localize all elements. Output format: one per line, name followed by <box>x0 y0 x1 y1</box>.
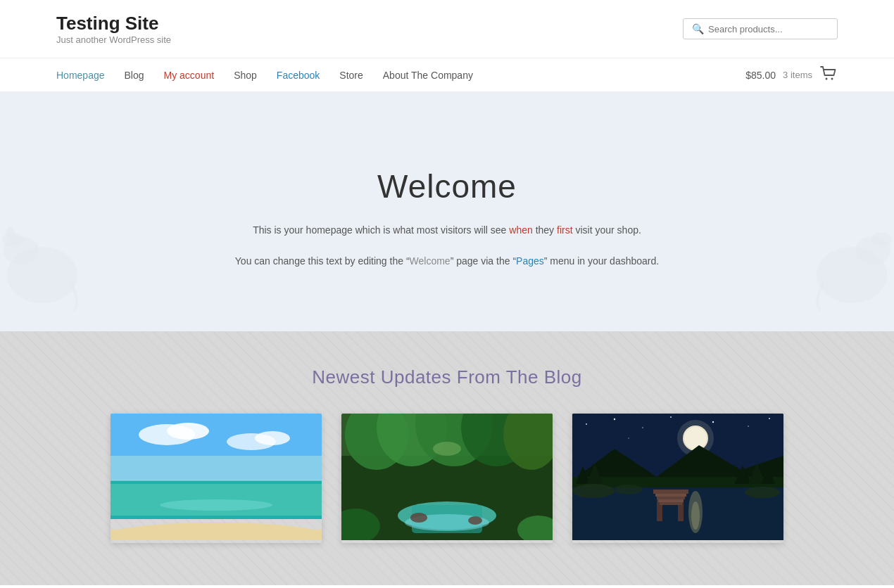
blog-card-3-image <box>572 414 783 540</box>
cart-area: $85.00 3 items <box>745 64 838 87</box>
svg-point-41 <box>712 421 714 423</box>
svg-point-27 <box>433 442 461 456</box>
svg-rect-64 <box>657 497 685 499</box>
blog-card-2-image <box>341 414 553 540</box>
blog-card-1[interactable] <box>111 414 322 543</box>
nav-links: Homepage Blog My account Shop Facebook S… <box>56 69 745 82</box>
nav-link-homepage[interactable]: Homepage <box>56 70 105 81</box>
svg-point-7 <box>871 233 892 247</box>
site-title: Testing Site <box>56 13 171 34</box>
search-bar[interactable]: 🔍 <box>683 18 838 39</box>
highlight-first: first <box>557 224 573 236</box>
svg-point-68 <box>745 487 780 498</box>
svg-point-16 <box>160 499 272 511</box>
svg-point-31 <box>410 513 427 523</box>
nav-link-store[interactable]: Store <box>339 70 363 81</box>
hero-paragraph-1: This is your homepage which is what most… <box>253 222 641 239</box>
svg-rect-66 <box>660 502 682 505</box>
nav-link-shop[interactable]: Shop <box>234 70 257 81</box>
nav-item-myaccount[interactable]: My account <box>164 69 215 82</box>
svg-point-11 <box>167 423 209 440</box>
nav-link-myaccount[interactable]: My account <box>164 70 215 81</box>
site-tagline: Just another WordPress site <box>56 34 171 45</box>
svg-rect-18 <box>111 530 322 540</box>
nav-item-blog[interactable]: Blog <box>125 69 144 82</box>
blog-section-title: Newest Updates From The Blog <box>56 366 838 388</box>
svg-point-32 <box>468 516 482 525</box>
svg-point-42 <box>748 426 749 427</box>
nav-item-homepage[interactable]: Homepage <box>56 69 105 82</box>
hero-bg-right-animal <box>802 191 894 331</box>
svg-point-43 <box>769 418 770 419</box>
site-header: Testing Site Just another WordPress site… <box>0 0 894 58</box>
nav-link-blog[interactable]: Blog <box>125 70 144 81</box>
svg-point-59 <box>691 501 700 530</box>
svg-point-0 <box>826 77 828 79</box>
search-input[interactable] <box>708 24 829 34</box>
svg-point-69 <box>615 485 643 494</box>
nav-link-about[interactable]: About The Company <box>383 70 473 81</box>
cart-items-count: 3 items <box>783 70 812 80</box>
cart-price: $85.00 <box>745 70 776 81</box>
nav-item-store[interactable]: Store <box>339 69 363 82</box>
hero-section: Welcome This is your homepage which is w… <box>0 92 894 331</box>
nav-item-facebook[interactable]: Facebook <box>277 69 320 82</box>
hero-bg-left-animal <box>0 191 92 331</box>
nav-item-shop[interactable]: Shop <box>234 69 257 82</box>
svg-point-67 <box>572 484 615 498</box>
site-branding: Testing Site Just another WordPress site <box>56 13 171 45</box>
svg-point-38 <box>614 418 615 420</box>
hero-paragraph-2: You can change this text by editing the … <box>235 253 659 270</box>
blog-card-2[interactable] <box>341 414 553 543</box>
svg-point-37 <box>586 423 587 425</box>
blog-cards <box>56 414 838 543</box>
nav-link-facebook[interactable]: Facebook <box>277 70 320 81</box>
svg-point-45 <box>628 437 629 438</box>
blog-card-1-image <box>111 414 322 540</box>
svg-point-13 <box>255 431 290 445</box>
svg-rect-65 <box>658 499 684 502</box>
blog-section: Newest Updates From The Blog <box>0 331 894 585</box>
cart-icon[interactable] <box>819 64 838 87</box>
hero-heading: Welcome <box>377 167 517 205</box>
blog-card-3[interactable] <box>572 414 783 543</box>
nav-item-about[interactable]: About The Company <box>383 69 473 82</box>
highlight-when: when <box>509 224 532 236</box>
svg-rect-62 <box>653 490 688 494</box>
svg-point-40 <box>670 416 672 418</box>
svg-rect-63 <box>655 494 686 497</box>
main-nav: Homepage Blog My account Shop Facebook S… <box>0 58 894 92</box>
svg-point-1 <box>831 77 833 79</box>
search-icon: 🔍 <box>692 23 704 34</box>
svg-point-39 <box>642 427 643 428</box>
